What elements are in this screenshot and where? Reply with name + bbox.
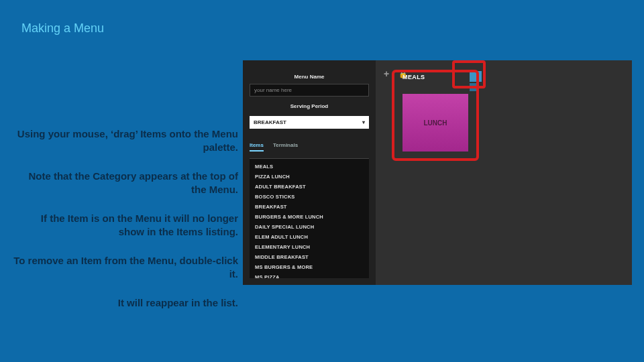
instruction-para: To remove an Item from the Menu, double-…	[13, 254, 238, 280]
tab-terminals[interactable]: Terminals	[273, 142, 298, 152]
app-menu-palette[interactable]: + 🔒 MEALS LUNCH	[376, 60, 632, 285]
menu-name-label: Menu Name	[250, 74, 369, 80]
list-item[interactable]: PIZZA LUNCH	[250, 172, 369, 182]
list-item[interactable]: BREAKFAST	[250, 202, 369, 212]
list-item[interactable]: ELEM ADULT LUNCH	[250, 232, 369, 242]
list-item[interactable]: MS PIZZA	[250, 272, 369, 278]
app-left-panel: Menu Name your name here Serving Period …	[243, 60, 376, 285]
items-terminals-tabs: Items Terminals	[250, 142, 369, 152]
instruction-para: If the Item is on the Menu it will no lo…	[13, 212, 238, 238]
list-item[interactable]: DAILY SPECIAL LUNCH	[250, 222, 369, 232]
instruction-para: Using your mouse, ‘drag’ Items onto the …	[13, 127, 238, 154]
items-list: MEALS PIZZA LUNCH ADULT BREAKFAST BOSCO …	[250, 158, 369, 278]
chevron-down-icon: ▾	[362, 119, 365, 125]
instruction-para: Note that the Category appears at the to…	[13, 170, 238, 196]
plus-icon[interactable]: +	[384, 68, 389, 79]
app-screenshot-frame: Menu Name your name here Serving Period …	[243, 60, 632, 285]
menu-name-input[interactable]: your name here	[250, 84, 369, 97]
serving-period-select[interactable]: BREAKFAST ▾	[250, 116, 369, 129]
list-item[interactable]: MEALS	[250, 162, 369, 172]
list-item[interactable]: BOSCO STICKS	[250, 192, 369, 202]
instruction-para: It will reappear in the list.	[13, 296, 238, 310]
serving-period-value: BREAKFAST	[254, 119, 286, 125]
callout-outline-small	[452, 60, 486, 88]
list-item[interactable]: MIDDLE BREAKFAST	[250, 252, 369, 262]
list-item[interactable]: ADULT BREAKFAST	[250, 182, 369, 192]
list-item[interactable]: MS BURGERS & MORE	[250, 262, 369, 272]
list-item[interactable]: ELEMENTARY LUNCH	[250, 242, 369, 252]
serving-period-label: Serving Period	[250, 103, 369, 109]
tab-items[interactable]: Items	[250, 142, 264, 152]
list-item[interactable]: BURGERS & MORE LUNCH	[250, 212, 369, 222]
instruction-left-column: Using your mouse, ‘drag’ Items onto the …	[13, 127, 238, 326]
slide-title: Making a Menu	[21, 21, 104, 36]
